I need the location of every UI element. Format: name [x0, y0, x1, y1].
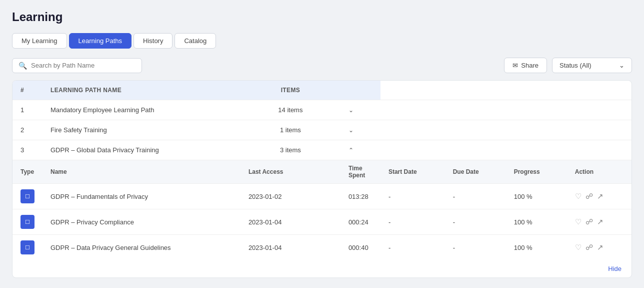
col-number: #: [12, 81, 42, 100]
hide-link[interactable]: Hide: [12, 260, 632, 277]
sub-col-type: Type: [12, 160, 42, 184]
sub-table-row: ☐ GDPR – Data Privacy General Guidelines…: [12, 235, 632, 260]
sub-row-time-spent: 000:40: [340, 235, 380, 260]
row-number: 2: [12, 120, 42, 140]
tabs-bar: My Learning Learning Paths History Catal…: [12, 33, 632, 49]
sub-col-start-date: Start Date: [380, 160, 445, 184]
row-number: 3: [12, 140, 42, 160]
tab-my-learning[interactable]: My Learning: [12, 33, 67, 49]
sub-row-progress: 100 %: [506, 235, 567, 260]
sub-row-last-access: 2023-01-04: [240, 235, 340, 260]
tab-history[interactable]: History: [134, 33, 172, 49]
sub-row-last-access: 2023-01-04: [240, 209, 340, 235]
sub-row-actions: ♡ ☍ ↗: [567, 184, 632, 209]
sub-row-name: GDPR – Privacy Compliance: [42, 209, 240, 235]
chevron-down-icon[interactable]: ⌄: [348, 127, 354, 134]
course-type-icon: ☐: [20, 215, 34, 229]
sub-row-actions: ♡ ☍ ↗: [567, 235, 632, 260]
col-expand: [340, 81, 380, 100]
favorite-icon[interactable]: ♡: [575, 217, 582, 226]
table-row: 3 GDPR – Global Data Privacy Training 3 …: [12, 140, 632, 160]
search-input[interactable]: [31, 62, 136, 69]
notes-icon[interactable]: ☍: [586, 192, 593, 201]
toolbar-right: ✉ Share Status (All) ⌄: [504, 58, 632, 73]
learning-paths-table: # LEARNING PATH NAME ITEMS 1 Mandatory E…: [12, 80, 632, 278]
sub-col-progress: Progress: [506, 160, 567, 184]
status-label: Status (All): [560, 62, 592, 69]
row-name: Fire Safety Training: [42, 120, 240, 140]
col-items: ITEMS: [240, 81, 340, 100]
open-icon[interactable]: ↗: [597, 243, 604, 252]
notes-icon[interactable]: ☍: [586, 243, 593, 252]
tab-catalog[interactable]: Catalog: [174, 33, 216, 49]
sub-row-start-date: -: [380, 209, 445, 235]
row-name: GDPR – Global Data Privacy Training: [42, 140, 240, 160]
chevron-down-icon[interactable]: ⌄: [348, 107, 354, 114]
row-number: 1: [12, 100, 42, 120]
share-button[interactable]: ✉ Share: [504, 58, 547, 73]
row-items: 1 items: [240, 120, 340, 140]
share-icon: ✉: [512, 62, 518, 69]
sub-row-name: GDPR – Data Privacy General Guidelines: [42, 235, 240, 260]
favorite-icon[interactable]: ♡: [575, 192, 582, 201]
sub-col-due-date: Due Date: [445, 160, 506, 184]
sub-row-start-date: -: [380, 235, 445, 260]
sub-col-name: Name: [42, 160, 240, 184]
favorite-icon[interactable]: ♡: [575, 243, 582, 252]
open-icon[interactable]: ↗: [597, 192, 604, 201]
sub-table-row: ☐ GDPR – Privacy Compliance 2023-01-04 0…: [12, 209, 632, 235]
sub-row-time-spent: 013:28: [340, 184, 380, 209]
page-title: Learning: [12, 10, 632, 24]
share-label: Share: [521, 62, 538, 69]
sub-row-due-date: -: [445, 235, 506, 260]
sub-row-due-date: -: [445, 184, 506, 209]
expand-cell[interactable]: ⌄: [340, 100, 380, 120]
search-box: 🔍: [12, 58, 142, 73]
action-icons: ♡ ☍ ↗: [575, 192, 624, 201]
expand-cell[interactable]: ⌄: [340, 120, 380, 140]
sub-row-type: ☐: [12, 235, 42, 260]
sub-row-last-access: 2023-01-02: [240, 184, 340, 209]
action-icons: ♡ ☍ ↗: [575, 217, 624, 226]
action-icons: ♡ ☍ ↗: [575, 243, 624, 252]
sub-row-progress: 100 %: [506, 184, 567, 209]
sub-table-row: ☐ GDPR – Fundamentals of Privacy 2023-01…: [12, 184, 632, 209]
sub-col-action: Action: [567, 160, 632, 184]
sub-row-time-spent: 000:24: [340, 209, 380, 235]
sub-row-progress: 100 %: [506, 209, 567, 235]
row-items: 14 items: [240, 100, 340, 120]
col-name: LEARNING PATH NAME: [42, 81, 240, 100]
sub-col-time-spent: Time Spent: [340, 160, 380, 184]
search-icon: 🔍: [18, 62, 27, 70]
sub-row-type: ☐: [12, 184, 42, 209]
chevron-up-icon[interactable]: ⌃: [348, 147, 354, 154]
sub-row-due-date: -: [445, 209, 506, 235]
sub-row-start-date: -: [380, 184, 445, 209]
sub-row-actions: ♡ ☍ ↗: [567, 209, 632, 235]
expand-cell[interactable]: ⌃: [340, 140, 380, 160]
sub-row-type: ☐: [12, 209, 42, 235]
table-row: 1 Mandatory Employee Learning Path 14 it…: [12, 100, 632, 120]
notes-icon[interactable]: ☍: [586, 217, 593, 226]
table-header-row: # LEARNING PATH NAME ITEMS: [12, 81, 632, 100]
toolbar: 🔍 ✉ Share Status (All) ⌄: [12, 58, 632, 73]
sub-col-last-access: Last Access: [240, 160, 340, 184]
sub-row-name: GDPR – Fundamentals of Privacy: [42, 184, 240, 209]
sub-header-row: Type Name Last Access Time Spent Start D…: [12, 160, 632, 184]
course-type-icon: ☐: [20, 189, 34, 203]
open-icon[interactable]: ↗: [597, 217, 604, 226]
chevron-down-icon: ⌄: [619, 62, 624, 69]
page-wrapper: Learning My Learning Learning Paths Hist…: [0, 0, 644, 288]
course-type-icon: ☐: [20, 240, 34, 254]
tab-learning-paths[interactable]: Learning Paths: [69, 33, 132, 49]
table-row: 2 Fire Safety Training 1 items ⌄: [12, 120, 632, 140]
row-items: 3 items: [240, 140, 340, 160]
status-dropdown[interactable]: Status (All) ⌄: [552, 58, 632, 73]
row-name: Mandatory Employee Learning Path: [42, 100, 240, 120]
